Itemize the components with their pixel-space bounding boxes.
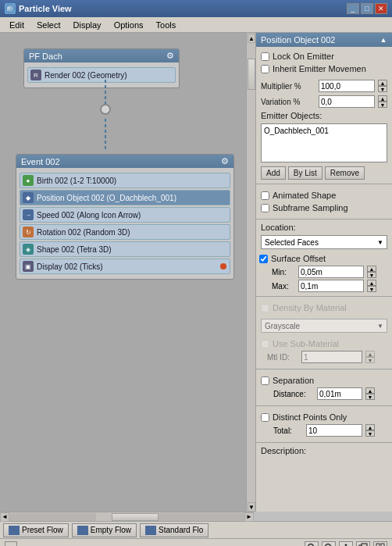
separation-section: Separation Distance: ▲ ▼ bbox=[256, 371, 392, 404]
separation-dist-input[interactable] bbox=[317, 387, 362, 400]
menu-bar: Edit Select Display Options Tools bbox=[0, 17, 392, 33]
scroll-left-btn[interactable]: ◄ bbox=[0, 512, 9, 522]
close-button[interactable]: ✕ bbox=[375, 3, 387, 14]
dist-down[interactable]: ▼ bbox=[365, 394, 375, 400]
density-dropdown-arrow: ▼ bbox=[377, 323, 383, 330]
emitter-object-item-0[interactable]: O_Dachblech_001 bbox=[263, 126, 385, 136]
event-row-5[interactable]: ▣ Display 002 (Ticks) bbox=[20, 259, 230, 274]
standard-flow-button[interactable]: Standard Flo bbox=[140, 523, 208, 537]
mtl-id-spinner[interactable]: ▲ ▼ bbox=[365, 351, 375, 363]
graph-vscroll[interactable]: ▲ ▼ bbox=[246, 33, 255, 512]
surface-max-input[interactable] bbox=[298, 280, 364, 292]
minimize-button[interactable]: _ bbox=[347, 3, 359, 14]
density-material-checkbox[interactable] bbox=[261, 304, 269, 312]
animated-shape-label: Animated Shape bbox=[273, 191, 336, 200]
dropdown-arrow-icon: ▼ bbox=[377, 239, 383, 246]
mtl-id-input[interactable] bbox=[301, 351, 362, 363]
surface-offset-label: Surface Offset bbox=[271, 254, 326, 263]
sub-material-section: Use Sub-Material Mtl ID: ▲ ▼ bbox=[256, 334, 392, 367]
window-controls[interactable]: _ □ ✕ bbox=[347, 3, 387, 14]
min-up[interactable]: ▲ bbox=[367, 266, 376, 272]
total-spinner[interactable]: ▲ ▼ bbox=[365, 424, 375, 437]
add-button[interactable]: Add bbox=[261, 166, 286, 180]
variation-down[interactable]: ▼ bbox=[378, 102, 387, 108]
scroll-down-btn[interactable]: ▼ bbox=[248, 502, 255, 512]
event-title: Event 002 bbox=[21, 157, 60, 166]
min-down[interactable]: ▼ bbox=[367, 272, 376, 278]
dist-up[interactable]: ▲ bbox=[365, 387, 375, 394]
sub-material-checkbox[interactable] bbox=[261, 340, 269, 348]
animated-shape-checkbox[interactable] bbox=[261, 191, 269, 200]
menu-edit[interactable]: Edit bbox=[3, 19, 30, 31]
total-input[interactable] bbox=[306, 424, 362, 437]
separation-checkbox[interactable] bbox=[261, 376, 269, 385]
distinct-points-checkbox[interactable] bbox=[261, 413, 269, 422]
menu-select[interactable]: Select bbox=[30, 19, 67, 31]
zoom-tool-button[interactable] bbox=[305, 541, 319, 547]
copy-tool-button[interactable] bbox=[356, 541, 370, 547]
total-down[interactable]: ▼ bbox=[365, 430, 375, 437]
scroll-right-btn[interactable]: ► bbox=[244, 512, 254, 522]
emitter-objects-box[interactable]: O_Dachblech_001 bbox=[261, 123, 387, 162]
remove-button[interactable]: Remove bbox=[325, 166, 365, 180]
event-row-1[interactable]: ◆ Position Object 002 (O_Dachblech_001) bbox=[20, 190, 230, 205]
graph-panel[interactable]: PF Dach ⚙ R Render 002 (Geometry) bbox=[0, 33, 255, 512]
dist-spinner[interactable]: ▲ ▼ bbox=[365, 387, 375, 400]
lock-emitter-checkbox[interactable] bbox=[261, 52, 269, 61]
max-down[interactable]: ▼ bbox=[367, 286, 376, 292]
variation-input[interactable] bbox=[319, 95, 375, 108]
inherit-movement-checkbox[interactable] bbox=[261, 65, 269, 73]
divider-3 bbox=[256, 296, 392, 297]
event-row-0[interactable]: ● Birth 002 (1-2 T:10000) bbox=[20, 173, 230, 188]
max-up[interactable]: ▲ bbox=[367, 280, 376, 286]
surface-min-input[interactable] bbox=[298, 266, 364, 278]
pan-tool-button[interactable] bbox=[339, 541, 353, 547]
pan-icon bbox=[341, 543, 351, 547]
surface-offset-checkbox[interactable] bbox=[259, 255, 268, 263]
location-dropdown-value: Selected Faces bbox=[265, 238, 319, 247]
min-spinner[interactable]: ▲ ▼ bbox=[367, 266, 376, 278]
subframe-sampling-checkbox[interactable] bbox=[261, 204, 269, 212]
multiplier-row: Multiplier % ▲ ▼ bbox=[256, 78, 392, 94]
grid-tool-button[interactable] bbox=[373, 541, 387, 547]
multiplier-input[interactable] bbox=[319, 80, 375, 92]
menu-tools[interactable]: Tools bbox=[150, 19, 183, 31]
inherit-movement-label: Inherit Emitter Movemen bbox=[273, 64, 366, 73]
h-scroll-bar[interactable]: ◄ ► bbox=[0, 512, 254, 521]
event-row-3[interactable]: ↻ Rotation 002 (Random 3D) bbox=[20, 224, 230, 240]
menu-display[interactable]: Display bbox=[67, 19, 108, 31]
total-up[interactable]: ▲ bbox=[365, 424, 375, 430]
panel-collapse-btn[interactable]: ▲ bbox=[380, 36, 387, 44]
standard-flow-icon bbox=[145, 526, 156, 535]
menu-options[interactable]: Options bbox=[108, 19, 150, 31]
bottom-square-btn[interactable] bbox=[5, 541, 17, 547]
max-spinner[interactable]: ▲ ▼ bbox=[367, 280, 376, 292]
variation-spinner[interactable]: ▲ ▼ bbox=[378, 95, 387, 108]
preset-flow-button[interactable]: Preset Flow bbox=[3, 523, 69, 537]
location-dropdown[interactable]: Selected Faces ▼ bbox=[261, 235, 387, 249]
dist-label: Distance: bbox=[273, 390, 314, 398]
maximize-button[interactable]: □ bbox=[361, 3, 373, 14]
density-material-section: Density By Material bbox=[256, 298, 392, 317]
scroll-up-btn[interactable]: ▲ bbox=[248, 34, 255, 43]
empty-flow-button[interactable]: Empty Flow bbox=[72, 523, 137, 537]
h-scroll-thumb[interactable] bbox=[112, 513, 159, 521]
multiplier-spinner[interactable]: ▲ ▼ bbox=[378, 80, 387, 92]
event-node[interactable]: Event 002 ⚙ ● Birth 002 (1-2 T:10000) ◆ … bbox=[16, 154, 234, 280]
density-dropdown[interactable]: Grayscale ▼ bbox=[261, 319, 387, 333]
variation-up[interactable]: ▲ bbox=[378, 95, 387, 102]
panel-header: Position Object 002 ▲ bbox=[256, 33, 392, 47]
multiplier-down[interactable]: ▼ bbox=[378, 86, 387, 92]
mtl-id-down[interactable]: ▼ bbox=[365, 357, 375, 363]
scroll-thumb[interactable] bbox=[248, 59, 255, 90]
mtl-id-up[interactable]: ▲ bbox=[365, 351, 375, 357]
divider-6 bbox=[256, 442, 392, 443]
zoom-out-tool-button[interactable] bbox=[322, 541, 336, 547]
speed-icon: → bbox=[23, 209, 34, 220]
multiplier-up[interactable]: ▲ bbox=[378, 80, 387, 86]
event-row-4[interactable]: ◈ Shape 002 (Tetra 3D) bbox=[20, 241, 230, 257]
inherit-movement-row: Inherit Emitter Movemen bbox=[261, 62, 387, 75]
by-list-button[interactable]: By List bbox=[288, 166, 323, 180]
event-row-2[interactable]: → Speed 002 (Along Icon Arrow) bbox=[20, 207, 230, 223]
main-container: PF Dach ⚙ R Render 002 (Geometry) bbox=[0, 33, 392, 512]
